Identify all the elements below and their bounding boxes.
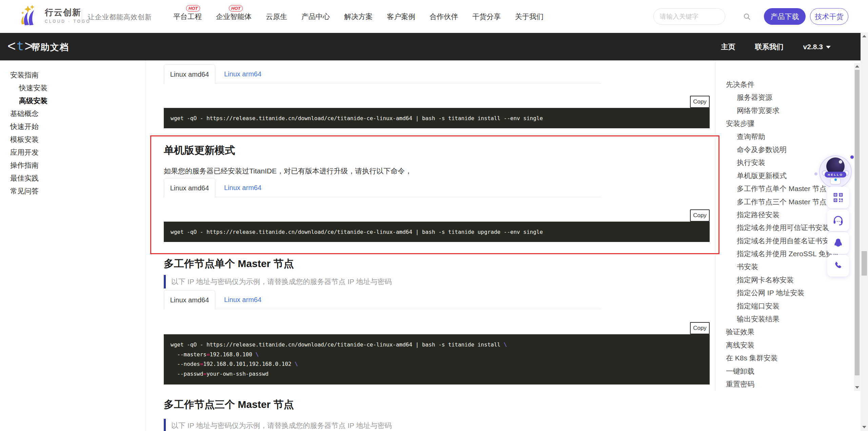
keyword-search[interactable]	[653, 8, 725, 25]
phone-contact-button[interactable]	[827, 255, 849, 277]
sidebar-item-app-dev[interactable]: 应用开发	[0, 146, 145, 159]
sidebar-item-basic-concepts[interactable]: 基础概念	[0, 107, 145, 120]
qr-code-button[interactable]	[827, 187, 849, 208]
sidebar-item-faq[interactable]: 常见问答	[0, 185, 145, 198]
version-selector[interactable]: v2.8.3	[803, 43, 831, 51]
top-header: 行云创新 CLOUD · TOGO 让企业都能高效创新 平台工程 HOT 企业智…	[0, 0, 868, 33]
toc-verify[interactable]: 验证效果	[716, 325, 854, 338]
code-block-multi-node[interactable]: wget -qO - https://release.titanide.cn/d…	[164, 334, 710, 385]
hot-badge: HOT	[186, 5, 200, 12]
sidebar-item-advanced-install[interactable]: 高级安装	[0, 94, 145, 107]
heading-update-mode: 单机版更新模式	[164, 144, 235, 157]
doc-site-title: 帮助文档	[31, 41, 69, 53]
heading-multi-three-master: 多工作节点三个 Master 节点	[164, 398, 294, 412]
code-block-install-single[interactable]: wget -qO - https://release.titanide.cn/d…	[164, 108, 710, 128]
page-scrollbar[interactable]	[861, 33, 868, 431]
contact-link[interactable]: 联系我们	[755, 42, 784, 52]
sidebar-item-install-guide[interactable]: 安装指南	[0, 69, 145, 81]
company-logo[interactable]: 行云创新 CLOUD · TOGO	[18, 4, 91, 26]
hot-badge: HOT	[229, 5, 243, 12]
toc-custom-port[interactable]: 指定端口安装	[716, 300, 854, 313]
brand-slogan: 让企业都能高效创新	[88, 13, 152, 22]
search-input[interactable]	[660, 13, 743, 20]
scroll-up-icon[interactable]	[862, 35, 866, 37]
page-scrollbar-thumb[interactable]	[862, 251, 867, 276]
copy-button[interactable]: Copy	[690, 96, 710, 108]
sidebar-item-quick-start[interactable]: 快速开始	[0, 120, 145, 133]
tab-linux-amd64[interactable]: Linux amd64	[164, 64, 215, 84]
nav-item-insights[interactable]: 干货分享	[472, 12, 501, 21]
qq-contact-button[interactable]	[827, 232, 849, 254]
toc-offline-install[interactable]: 离线安装	[716, 339, 854, 352]
toc-install-result[interactable]: 输出安装结果	[716, 313, 854, 325]
doc-sidebar: 安装指南 快速安装 高级安装 基础概念 快速开始 模板安装 应用开发 操作指南 …	[0, 60, 146, 431]
doc-content: Linux amd64 Linux arm64 Copy wget -qO - …	[164, 60, 710, 431]
product-download-button[interactable]: 产品下载	[764, 8, 806, 25]
ip-note-quote: 以下 IP 地址与密码仅为示例，请替换成您的服务器节点 IP 地址与密码	[164, 419, 392, 431]
brand-subtitle: CLOUD · TOGO	[45, 19, 91, 24]
brand-name: 行云创新	[45, 7, 91, 18]
qr-code-icon	[833, 192, 844, 203]
doc-header: <t> 帮助文档 主页 联系我们 v2.8.3	[0, 33, 861, 60]
code-block-upgrade-single[interactable]: wget -qO - https://release.titanide.cn/d…	[164, 222, 710, 242]
headset-icon	[832, 214, 844, 226]
update-mode-desc: 如果您的服务器已经安装过TitanIDE，对已有版本进行升级，请执行以下命令，	[164, 166, 412, 176]
scroll-down-icon[interactable]	[855, 386, 859, 389]
toc-reset-password[interactable]: 重置密码	[716, 378, 854, 391]
arch-tabbar-3: Linux amd64 Linux arm64	[164, 290, 601, 309]
header-divider	[82, 10, 82, 24]
toc-public-ip[interactable]: 指定公网 IP 地址安装	[716, 286, 854, 299]
scroll-up-icon[interactable]	[855, 65, 859, 68]
scroll-down-icon[interactable]	[862, 426, 866, 428]
main-nav: 平台工程 HOT 企业智能体 HOT 云原生 产品中心 解决方案 客户案例 合作…	[173, 0, 544, 33]
arch-tabbar-1: Linux amd64 Linux arm64	[164, 64, 601, 83]
tab-linux-arm64[interactable]: Linux arm64	[224, 290, 261, 309]
doc-header-links: 主页 联系我们 v2.8.3	[721, 33, 831, 60]
toc-prerequisites[interactable]: 先决条件	[716, 78, 854, 91]
nav-item-cloud-native[interactable]: 云原生	[266, 12, 287, 21]
toc-server-resources[interactable]: 服务器资源	[716, 91, 854, 104]
sidebar-item-template-install[interactable]: 模板安装	[0, 133, 145, 146]
search-icon[interactable]	[743, 13, 751, 21]
toc-bandwidth[interactable]: 网络带宽要求	[716, 104, 854, 117]
tab-linux-arm64[interactable]: Linux arm64	[224, 64, 261, 83]
copy-button[interactable]: Copy	[690, 322, 710, 334]
tab-linux-amd64[interactable]: Linux amd64	[164, 290, 215, 310]
sidebar-item-best-practice[interactable]: 最佳实践	[0, 172, 145, 185]
toc-k8s-cluster[interactable]: 在 K8s 集群安装	[716, 352, 854, 364]
nav-item-product-center[interactable]: 产品中心	[301, 12, 330, 21]
sidebar-item-operation-guide[interactable]: 操作指南	[0, 159, 145, 172]
titanide-help-doc-page: { "topbar": { "brand_name": "行云创新", "bra…	[0, 0, 868, 431]
cloudtogo-logo-icon	[18, 4, 40, 26]
sidebar-item-quick-install[interactable]: 快速安装	[0, 81, 145, 94]
nav-item-partners[interactable]: 合作伙伴	[430, 12, 458, 21]
phone-icon	[833, 261, 843, 271]
toc-uninstall[interactable]: 一键卸载	[716, 365, 854, 378]
content-scrollbar[interactable]	[854, 63, 860, 391]
nav-item-about-us[interactable]: 关于我们	[515, 12, 544, 21]
tab-linux-amd64[interactable]: Linux amd64	[164, 178, 215, 198]
hello-badge: HELLO	[825, 172, 846, 177]
tab-linux-arm64[interactable]: Linux arm64	[224, 178, 261, 197]
nav-item-platform-engineering[interactable]: 平台工程 HOT	[173, 12, 202, 21]
toc-install-steps[interactable]: 安装步骤	[716, 117, 854, 130]
chevron-down-icon	[826, 46, 831, 49]
customer-service-button[interactable]	[827, 209, 849, 231]
astronaut-mascot[interactable]: HELLO	[816, 153, 854, 191]
toc-query-help[interactable]: 查询帮助	[716, 130, 854, 143]
ip-note-quote: 以下 IP 地址与密码仅为示例，请替换成您的服务器节点 IP 地址与密码	[164, 275, 392, 288]
arch-tabbar-2: Linux amd64 Linux arm64	[164, 178, 601, 197]
titanide-t-logo[interactable]: <t>	[7, 38, 33, 55]
nav-item-solutions[interactable]: 解决方案	[344, 12, 373, 21]
qq-penguin-icon	[833, 238, 844, 248]
copy-button[interactable]: Copy	[690, 209, 710, 222]
nav-item-customer-cases[interactable]: 客户案例	[387, 12, 415, 21]
heading-multi-single-master: 多工作节点单个 Master 节点	[164, 257, 294, 271]
content-scrollbar-thumb[interactable]	[855, 70, 860, 375]
nav-item-enterprise-agent[interactable]: 企业智能体 HOT	[216, 12, 252, 21]
home-link[interactable]: 主页	[721, 42, 735, 52]
tech-articles-button[interactable]: 技术干货	[810, 8, 848, 25]
